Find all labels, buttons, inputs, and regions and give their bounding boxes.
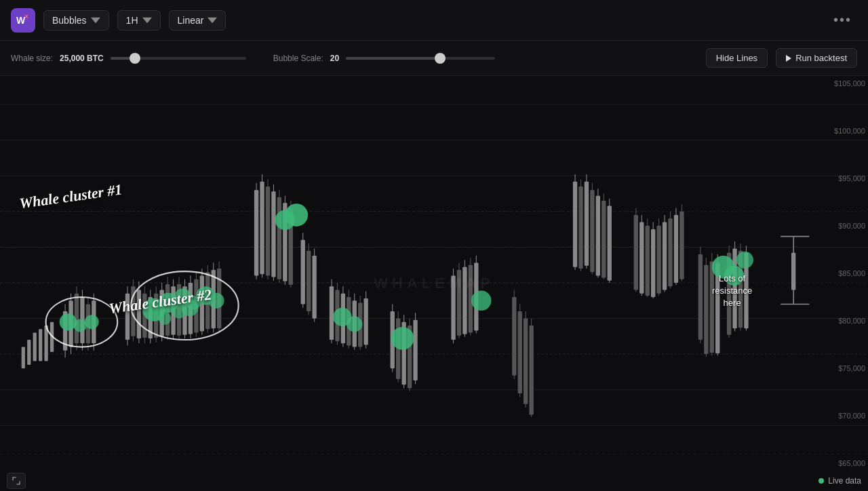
chart-svg xyxy=(0,76,868,491)
bubble-scale-slider[interactable] xyxy=(346,57,495,60)
whale-size-group: Whale size: 25,000 BTC xyxy=(11,54,246,63)
whale-size-label: Whale size: xyxy=(11,54,53,63)
chart-type-dropdown[interactable]: Bubbles xyxy=(43,10,109,31)
logo[interactable]: W × xyxy=(11,8,35,33)
price-label-85000: $85,000 xyxy=(825,269,865,277)
svg-point-199 xyxy=(471,291,492,311)
price-label-70000: $70,000 xyxy=(825,412,865,420)
svg-point-182 xyxy=(60,313,77,330)
run-backtest-button[interactable]: Run backtest xyxy=(776,48,857,68)
chart-container[interactable]: $105,000 $100,000 $95,000 $90,000 $85,00… xyxy=(0,76,868,491)
svg-point-193 xyxy=(158,312,171,325)
play-icon xyxy=(786,55,791,62)
svg-point-197 xyxy=(347,316,362,332)
price-label-100000: $100,000 xyxy=(825,127,865,135)
chart-type-label: Bubbles xyxy=(52,15,87,26)
live-data-label: Live data xyxy=(828,476,861,486)
price-label-95000: $95,000 xyxy=(825,174,865,182)
controls-bar: Whale size: 25,000 BTC Bubble Scale: 20 … xyxy=(0,41,868,76)
svg-rect-18 xyxy=(33,333,37,361)
bubble-scale-group: Bubble Scale: 20 xyxy=(273,54,495,63)
hide-lines-button[interactable]: Hide Lines xyxy=(706,48,768,68)
svg-rect-16 xyxy=(22,347,25,369)
scale-dropdown[interactable]: Linear xyxy=(169,10,226,31)
bubble-scale-value: 20 xyxy=(330,54,339,63)
timeframe-dropdown[interactable]: 1H xyxy=(117,10,161,31)
expand-button[interactable] xyxy=(7,473,26,489)
svg-point-192 xyxy=(181,299,198,316)
svg-text:×: × xyxy=(24,13,28,20)
scale-label: Linear xyxy=(178,15,204,26)
more-options-button[interactable]: ••• xyxy=(828,9,857,31)
price-label-105000: $105,000 xyxy=(825,79,865,87)
controls-right: Hide Lines Run backtest xyxy=(706,48,857,68)
run-backtest-label: Run backtest xyxy=(795,53,847,63)
timeframe-label: 1H xyxy=(126,15,138,26)
bubble-scale-label: Bubble Scale: xyxy=(273,54,323,63)
whale-size-slider[interactable] xyxy=(111,57,246,60)
live-dot xyxy=(818,478,824,484)
price-label-80000: $80,000 xyxy=(825,317,865,325)
svg-point-190 xyxy=(208,293,224,309)
svg-point-202 xyxy=(736,252,753,269)
live-data-indicator: Live data xyxy=(818,476,861,486)
whale-size-value: 25,000 BTC xyxy=(60,54,104,63)
svg-point-195 xyxy=(285,203,308,227)
bottom-bar: Live data xyxy=(0,471,868,491)
svg-rect-19 xyxy=(39,329,42,361)
price-label-90000: $90,000 xyxy=(825,222,865,230)
svg-point-198 xyxy=(391,327,414,350)
header: W × Bubbles 1H Linear ••• xyxy=(0,0,868,41)
svg-point-201 xyxy=(724,266,745,286)
svg-rect-17 xyxy=(27,340,31,365)
svg-point-184 xyxy=(85,315,99,329)
price-label-75000: $75,000 xyxy=(825,364,865,372)
price-label-65000: $65,000 xyxy=(825,459,865,467)
price-axis: $105,000 $100,000 $95,000 $90,000 $85,00… xyxy=(822,76,868,471)
